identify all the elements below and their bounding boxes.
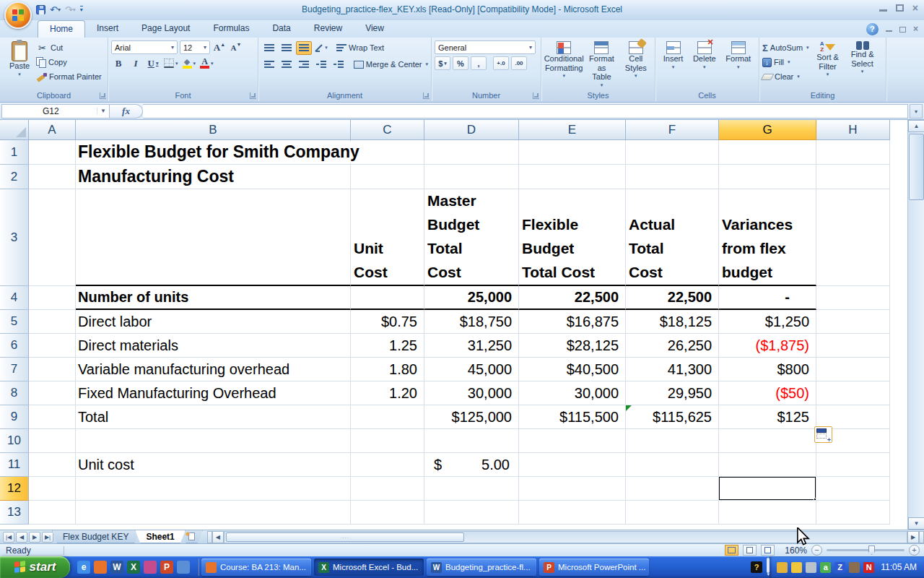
taskbar-button-excel[interactable]: XMicrosoft Excel - Bud... (314, 558, 424, 576)
cell-F7[interactable]: 41,300 (626, 358, 719, 381)
row-header-4[interactable]: 4 (0, 286, 29, 310)
format-as-table-button[interactable]: Format as Table (584, 39, 619, 90)
underline-button[interactable]: U (146, 56, 160, 70)
cell-F8[interactable]: 29,950 (626, 381, 719, 405)
powerpoint-icon[interactable]: P (160, 561, 173, 574)
cell-G3[interactable]: Variances from flex budget (719, 189, 816, 286)
help-button[interactable]: ? (866, 23, 879, 35)
copy-button[interactable]: Copy (36, 55, 102, 69)
cell-E4[interactable]: 22,500 (519, 286, 626, 310)
page-layout-view-button[interactable] (743, 545, 757, 556)
cell-styles-button[interactable]: Cell Styles (621, 39, 651, 90)
cell-F10[interactable] (626, 429, 719, 453)
number-dialog-launcher[interactable] (533, 92, 539, 99)
tab-data[interactable]: Data (261, 20, 302, 38)
cell-E3[interactable]: Flexible Budget Total Cost (519, 189, 626, 286)
top-align-button[interactable] (261, 41, 277, 55)
last-sheet-button[interactable]: ▶| (42, 532, 53, 543)
cell-H13[interactable] (816, 501, 890, 525)
cell-E5[interactable]: $16,875 (519, 310, 626, 334)
increase-indent-button[interactable] (331, 58, 346, 72)
font-family-select[interactable]: Arial▾ (111, 40, 178, 54)
row-header-9[interactable]: 9 (0, 405, 29, 429)
cell-G5[interactable]: $1,250 (719, 310, 816, 334)
cell-F2[interactable] (626, 165, 719, 189)
format-cells-button[interactable]: Format (723, 39, 754, 90)
cell-A10[interactable] (29, 429, 76, 453)
middle-align-button[interactable] (279, 41, 295, 55)
cell-G8[interactable]: ($50) (719, 381, 816, 405)
cell-G6[interactable]: ($1,875) (719, 334, 816, 358)
merge-center-button[interactable]: Merge & Center (354, 57, 428, 72)
outlook-express-icon[interactable] (177, 561, 190, 574)
cell-E2[interactable] (519, 165, 626, 189)
accounting-format-button[interactable]: $ (435, 56, 450, 70)
antivirus-icon[interactable]: a (820, 562, 831, 573)
row-header-7[interactable]: 7 (0, 358, 29, 381)
autosum-button[interactable]: ΣAutoSum (762, 40, 809, 55)
name-box-dropdown-icon[interactable]: ▼ (97, 108, 109, 114)
row-header-5[interactable]: 5 (0, 310, 29, 334)
cell-B7[interactable]: Variable manufacturing overhead (76, 358, 351, 381)
n-app-icon[interactable]: N (863, 562, 874, 573)
fill-button[interactable]: ↓Fill (762, 55, 809, 69)
cell-B13[interactable] (76, 501, 351, 525)
volume-icon[interactable] (849, 562, 860, 573)
z-app-icon[interactable]: Z (834, 562, 845, 573)
zoom-slider[interactable] (827, 549, 905, 551)
cell-H2[interactable] (816, 165, 890, 189)
sheet-tab-sheet1[interactable]: Sheet1 (135, 530, 185, 543)
sort-filter-button[interactable]: AZ Sort & Filter (812, 39, 844, 90)
row-header-2[interactable]: 2 (0, 165, 29, 189)
excel-icon[interactable]: X (127, 561, 140, 574)
selected-cell-indicator[interactable] (719, 477, 816, 501)
font-size-select[interactable]: 12▾ (180, 40, 210, 54)
tab-split-handle[interactable] (207, 531, 212, 543)
scroll-down-button[interactable]: ▼ (908, 517, 924, 530)
column-header-A[interactable]: A (29, 120, 76, 140)
align-left-button[interactable] (261, 58, 277, 72)
window-split-handle[interactable] (919, 531, 924, 543)
next-sheet-button[interactable]: ▶ (29, 532, 40, 543)
row-header-3[interactable]: 3 (0, 189, 29, 286)
wrap-text-button[interactable]: Wrap Text (336, 40, 384, 55)
row-header-12[interactable]: 12 (0, 477, 29, 501)
cell-H1[interactable] (816, 140, 890, 165)
access-icon[interactable] (144, 561, 157, 574)
cell-C12[interactable] (351, 477, 424, 501)
cell-C10[interactable] (351, 429, 424, 453)
cell-E9[interactable]: $115,500 (519, 405, 626, 429)
minimize-button[interactable] (879, 5, 887, 12)
row-header-10[interactable]: 10 (0, 429, 29, 453)
vertical-scrollbar-thumb[interactable] (909, 134, 924, 200)
column-header-C[interactable]: C (351, 120, 424, 140)
cell-C6[interactable]: 1.25 (351, 334, 424, 358)
cell-C9[interactable] (351, 405, 424, 429)
cell-D10[interactable] (424, 429, 519, 453)
cell-E6[interactable]: $28,125 (519, 334, 626, 358)
cell-A1[interactable] (29, 140, 76, 165)
cell-A5[interactable] (29, 310, 76, 334)
cell-D2[interactable] (424, 165, 519, 189)
column-header-F[interactable]: F (626, 120, 719, 140)
close-button[interactable]: × (912, 4, 918, 12)
name-box[interactable]: G12 ▼ (1, 104, 110, 118)
cell-H12[interactable] (816, 477, 890, 501)
page-break-view-button[interactable] (761, 545, 775, 556)
zoom-in-button[interactable]: + (909, 545, 920, 556)
cell-E8[interactable]: 30,000 (519, 381, 626, 405)
cell-D4[interactable]: 25,000 (424, 286, 519, 310)
cell-B8[interactable]: Fixed Manufacturing Overhead (76, 381, 351, 405)
cell-C13[interactable] (351, 501, 424, 525)
select-all-corner[interactable] (0, 120, 29, 140)
cell-F6[interactable]: 26,250 (626, 334, 719, 358)
row-header-11[interactable]: 11 (0, 453, 29, 477)
tab-home[interactable]: Home (38, 20, 85, 38)
cell-A7[interactable] (29, 358, 76, 381)
cell-B1[interactable]: Flexible Budget for Smith Company (76, 140, 351, 165)
word-icon[interactable]: W (110, 561, 123, 574)
cell-D7[interactable]: 45,000 (424, 358, 519, 381)
cell-E11[interactable] (519, 453, 626, 477)
cell-D1[interactable] (424, 140, 519, 165)
workbook-minimize-button[interactable] (886, 27, 892, 32)
